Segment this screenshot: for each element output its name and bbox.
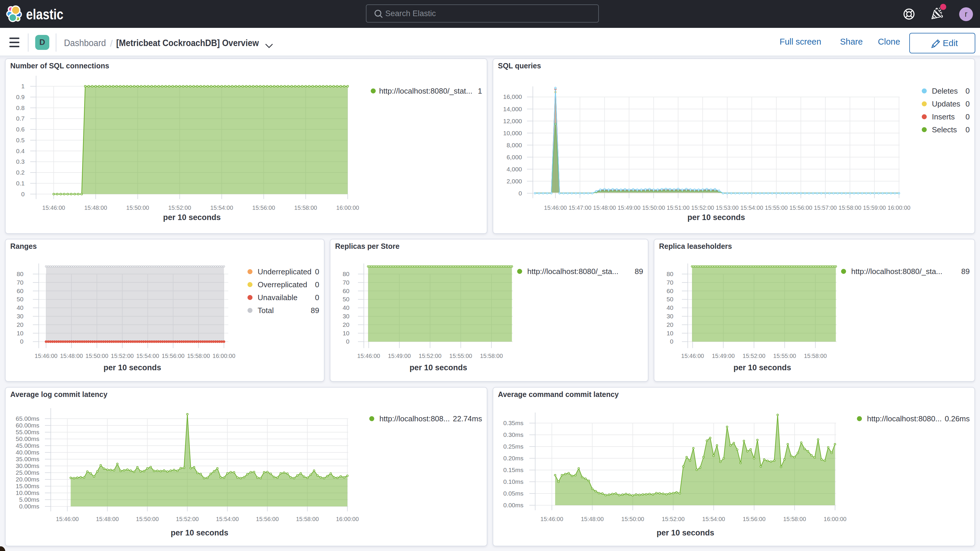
- svg-text:14,000: 14,000: [503, 106, 522, 112]
- svg-text:15:59:00: 15:59:00: [863, 204, 886, 211]
- svg-text:6,000: 6,000: [506, 154, 522, 161]
- svg-text:per 10 seconds: per 10 seconds: [103, 363, 161, 372]
- svg-text:0: 0: [966, 112, 970, 121]
- svg-text:10: 10: [667, 330, 673, 336]
- svg-text:Dashboard: Dashboard: [64, 38, 106, 48]
- svg-text:10: 10: [17, 330, 24, 336]
- svg-text:0: 0: [315, 267, 319, 276]
- svg-text:89: 89: [961, 267, 970, 276]
- svg-text:Average log commit latency: Average log commit latency: [10, 390, 107, 398]
- svg-text:20: 20: [667, 321, 673, 328]
- svg-text:http://localhost:8080/_sta...: http://localhost:8080/_sta...: [527, 267, 619, 276]
- svg-text:/: /: [110, 38, 113, 49]
- svg-text:50: 50: [667, 296, 673, 303]
- svg-text:0.10ms: 0.10ms: [503, 478, 523, 485]
- svg-text:Replicas per Store: Replicas per Store: [335, 242, 399, 250]
- svg-text:40.00ms: 40.00ms: [16, 449, 39, 455]
- svg-text:0.05ms: 0.05ms: [503, 490, 523, 497]
- svg-text:15:56:00: 15:56:00: [252, 204, 275, 211]
- svg-text:0.4: 0.4: [16, 148, 25, 154]
- svg-text:15:58:00: 15:58:00: [187, 353, 210, 359]
- svg-text:8,000: 8,000: [506, 142, 522, 148]
- svg-text:15:55:00: 15:55:00: [765, 204, 788, 211]
- svg-text:0.8: 0.8: [16, 104, 25, 111]
- svg-text:80: 80: [17, 271, 24, 277]
- svg-text:15:46:00: 15:46:00: [357, 353, 380, 359]
- svg-text:0: 0: [315, 280, 319, 289]
- svg-text:http://localhost:808...: http://localhost:808...: [379, 414, 450, 423]
- svg-text:89: 89: [635, 267, 643, 276]
- svg-text:16:00:00: 16:00:00: [888, 204, 910, 211]
- svg-text:15:46:00: 15:46:00: [541, 516, 563, 522]
- svg-text:0.2: 0.2: [16, 169, 25, 176]
- svg-text:60: 60: [343, 288, 350, 294]
- svg-text:0: 0: [966, 125, 970, 134]
- svg-text:45.00ms: 45.00ms: [16, 442, 39, 449]
- svg-text:Selects: Selects: [932, 125, 957, 134]
- svg-text:per 10 seconds: per 10 seconds: [163, 213, 221, 222]
- svg-text:0.3: 0.3: [16, 158, 25, 165]
- svg-text:15:46:00: 15:46:00: [681, 353, 704, 359]
- svg-text:80: 80: [667, 271, 673, 277]
- svg-text:15:57:00: 15:57:00: [814, 204, 837, 211]
- svg-text:15:52:00: 15:52:00: [168, 204, 191, 211]
- svg-text:SQL queries: SQL queries: [498, 62, 541, 70]
- svg-text:15:51:00: 15:51:00: [667, 204, 689, 211]
- svg-text:15:50:00: 15:50:00: [642, 204, 665, 211]
- svg-text:15:50:00: 15:50:00: [136, 516, 159, 522]
- svg-text:15:52:00: 15:52:00: [111, 353, 134, 359]
- svg-text:0.5: 0.5: [16, 137, 25, 143]
- svg-text:55.00ms: 55.00ms: [16, 428, 39, 435]
- svg-text:15:58:00: 15:58:00: [783, 516, 806, 522]
- svg-text:1: 1: [21, 83, 25, 89]
- svg-text:15:54:00: 15:54:00: [216, 516, 239, 522]
- svg-text:20: 20: [17, 321, 24, 328]
- svg-text:70: 70: [667, 279, 673, 286]
- svg-text:0: 0: [20, 338, 24, 345]
- svg-text:per 10 seconds: per 10 seconds: [657, 529, 714, 537]
- svg-text:15:48:00: 15:48:00: [593, 204, 616, 211]
- svg-text:40: 40: [343, 304, 350, 311]
- svg-text:70: 70: [343, 279, 350, 286]
- svg-text:15:58:00: 15:58:00: [480, 353, 503, 359]
- svg-text:15:50:00: 15:50:00: [85, 353, 108, 359]
- svg-text:16:00:00: 16:00:00: [212, 353, 235, 359]
- svg-text:70: 70: [17, 279, 24, 286]
- svg-text:15:50:00: 15:50:00: [622, 516, 644, 522]
- svg-text:60: 60: [667, 288, 673, 294]
- svg-text:15:46:00: 15:46:00: [35, 353, 57, 359]
- svg-text:15:48:00: 15:48:00: [96, 516, 119, 522]
- svg-text:15:48:00: 15:48:00: [60, 353, 83, 359]
- svg-text:0: 0: [670, 338, 673, 345]
- svg-text:Ranges: Ranges: [10, 242, 37, 250]
- svg-text:0.25ms: 0.25ms: [503, 443, 523, 450]
- svg-text:0.20ms: 0.20ms: [503, 455, 523, 462]
- svg-text:30: 30: [17, 313, 24, 320]
- svg-text:16:00:00: 16:00:00: [824, 516, 846, 522]
- svg-text:0: 0: [346, 338, 350, 345]
- svg-text:15:58:00: 15:58:00: [804, 353, 827, 359]
- svg-text:0.1: 0.1: [16, 180, 25, 186]
- svg-text:15:46:00: 15:46:00: [544, 204, 567, 211]
- svg-text:Underreplicated: Underreplicated: [258, 267, 312, 276]
- svg-text:0: 0: [966, 99, 970, 108]
- svg-text:15:52:00: 15:52:00: [691, 204, 714, 211]
- svg-text:25.00ms: 25.00ms: [16, 469, 39, 476]
- svg-text:15:48:00: 15:48:00: [84, 204, 107, 211]
- svg-text:20: 20: [343, 321, 350, 328]
- svg-text:Number of SQL connections: Number of SQL connections: [10, 62, 109, 70]
- svg-text:16:00:00: 16:00:00: [336, 204, 359, 211]
- svg-text:0: 0: [966, 86, 970, 96]
- svg-text:0: 0: [21, 191, 25, 197]
- svg-text:15:47:00: 15:47:00: [569, 204, 592, 211]
- svg-text:16:00:00: 16:00:00: [336, 516, 359, 522]
- svg-text:Average command commit latency: Average command commit latency: [498, 390, 619, 398]
- svg-text:60: 60: [17, 288, 24, 294]
- svg-text:40: 40: [667, 304, 673, 311]
- svg-text:0.26ms: 0.26ms: [945, 414, 970, 423]
- svg-text:Inserts: Inserts: [932, 112, 955, 121]
- svg-text:20.00ms: 20.00ms: [16, 476, 39, 483]
- svg-text:Deletes: Deletes: [932, 86, 958, 96]
- svg-text:2,000: 2,000: [506, 178, 522, 185]
- svg-text:50: 50: [343, 296, 350, 303]
